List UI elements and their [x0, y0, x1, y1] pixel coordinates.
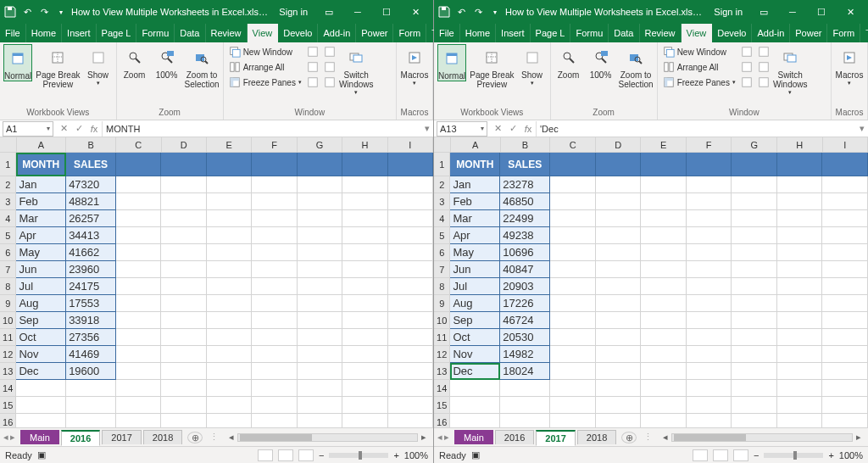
row-header-4[interactable]: 4	[0, 210, 16, 227]
cell-A13[interactable]: Dec	[16, 363, 66, 380]
cell-A2[interactable]: Jan	[16, 176, 66, 193]
col-header-A[interactable]: A	[451, 137, 501, 152]
cell-E4[interactable]	[641, 210, 687, 227]
cell-D3[interactable]	[596, 193, 642, 210]
col-header-I[interactable]: I	[388, 137, 433, 152]
cell-I2[interactable]	[822, 176, 868, 193]
col-header-F[interactable]: F	[252, 137, 297, 152]
split-button[interactable]	[305, 44, 320, 59]
cell-G5[interactable]	[732, 227, 777, 244]
signin-link[interactable]: Sign in	[272, 7, 314, 17]
cell-H5[interactable]	[777, 227, 823, 244]
cell-B9[interactable]: 17553	[66, 295, 116, 312]
ribbon-tab-page l[interactable]: Page L	[531, 24, 571, 42]
cell-D1[interactable]	[596, 153, 642, 176]
cell-E4[interactable]	[207, 210, 252, 227]
cell-I10[interactable]	[822, 312, 868, 329]
switch-windows-button[interactable]: Switch Windows▾	[773, 44, 808, 96]
cell-F6[interactable]	[687, 244, 732, 261]
cell-A5[interactable]: Apr	[450, 227, 500, 244]
cell-A10[interactable]: Sep	[450, 312, 500, 329]
cell-C3[interactable]	[550, 193, 596, 210]
cell-G10[interactable]	[298, 312, 342, 329]
cell-B4[interactable]: 26257	[66, 210, 116, 227]
cell-G7[interactable]	[298, 261, 342, 278]
cell-G1[interactable]	[732, 153, 777, 176]
cell-E1[interactable]	[641, 153, 687, 176]
cell-I15[interactable]	[388, 397, 433, 414]
sheet-tab-main[interactable]: Main	[20, 430, 59, 444]
cell-F12[interactable]	[687, 346, 732, 363]
cell-H9[interactable]	[342, 295, 387, 312]
zoom-button[interactable]: Zoom	[120, 44, 149, 80]
cell-D14[interactable]	[596, 380, 642, 397]
horizontal-scrollbar[interactable]: ◂ ▸	[225, 432, 430, 443]
cell-A16[interactable]	[16, 414, 66, 427]
cell-E8[interactable]	[207, 278, 252, 295]
cell-H12[interactable]	[777, 346, 823, 363]
qat-dropdown-icon[interactable]: ▾	[488, 5, 502, 19]
minimize-button[interactable]: ─	[778, 0, 807, 24]
cell-D1[interactable]	[161, 153, 206, 176]
ribbon-tab-review[interactable]: Review	[206, 24, 248, 42]
cancel-formula-icon[interactable]: ✕	[56, 123, 71, 134]
chevron-down-icon[interactable]: ▾	[481, 125, 484, 132]
unhide-button[interactable]	[305, 75, 320, 90]
cell-C2[interactable]	[550, 176, 596, 193]
cell-E11[interactable]	[641, 329, 687, 346]
cell-D13[interactable]	[161, 363, 206, 380]
sheet-nav-next-icon[interactable]: ▸	[444, 432, 449, 443]
cell-G2[interactable]	[732, 176, 777, 193]
cell-I13[interactable]	[388, 363, 433, 380]
cell-A15[interactable]	[16, 397, 66, 414]
cell-F4[interactable]	[687, 210, 732, 227]
sheet-tab-2018[interactable]: 2018	[577, 430, 616, 444]
cell-A16[interactable]	[450, 414, 500, 427]
cell-I14[interactable]	[822, 380, 868, 397]
cell-A6[interactable]: May	[450, 244, 500, 261]
cell-F16[interactable]	[687, 414, 732, 427]
cell-H7[interactable]	[777, 261, 823, 278]
cell-E12[interactable]	[641, 346, 687, 363]
row-header-6[interactable]: 6	[434, 244, 450, 261]
row-header-1[interactable]: 1	[434, 153, 450, 176]
cell-A15[interactable]	[450, 397, 500, 414]
cell-I13[interactable]	[822, 363, 868, 380]
cell-B12[interactable]: 41469	[66, 346, 116, 363]
cell-D6[interactable]	[596, 244, 642, 261]
cell-H9[interactable]	[777, 295, 823, 312]
ribbon-tab-formu[interactable]: Formu	[570, 24, 609, 42]
ribbon-tab-power[interactable]: Power	[356, 24, 393, 42]
cell-F1[interactable]	[687, 153, 732, 176]
cell-H8[interactable]	[342, 278, 387, 295]
cell-B12[interactable]: 14982	[500, 346, 550, 363]
zoom-100-button[interactable]: 100%	[153, 44, 181, 80]
cell-B11[interactable]: 27356	[66, 329, 116, 346]
cell-D16[interactable]	[596, 414, 642, 427]
cell-H5[interactable]	[342, 227, 387, 244]
cell-H3[interactable]	[342, 193, 387, 210]
show-button[interactable]: Show▾	[518, 44, 547, 86]
cell-I9[interactable]	[822, 295, 868, 312]
cell-A4[interactable]: Mar	[16, 210, 66, 227]
cell-A9[interactable]: Aug	[16, 295, 66, 312]
sheet-tab-2017[interactable]: 2017	[102, 430, 141, 444]
save-icon[interactable]	[437, 5, 451, 19]
cell-E9[interactable]	[207, 295, 252, 312]
cell-A1[interactable]: MONTH	[16, 153, 66, 176]
cell-G4[interactable]	[732, 210, 777, 227]
row-header-3[interactable]: 3	[0, 193, 16, 210]
cell-D11[interactable]	[596, 329, 642, 346]
add-sheet-button[interactable]: ⊕	[187, 432, 203, 443]
cell-B9[interactable]: 17226	[500, 295, 550, 312]
sync-scroll-button[interactable]	[322, 59, 337, 75]
ribbon-tab-file[interactable]: File	[0, 24, 26, 42]
freeze-panes-button[interactable]: Freeze Panes ▾	[661, 75, 737, 90]
cell-H10[interactable]	[777, 312, 823, 329]
cell-H1[interactable]	[342, 153, 387, 176]
cell-I3[interactable]	[388, 193, 433, 210]
cell-C5[interactable]	[116, 227, 161, 244]
maximize-button[interactable]: ☐	[807, 0, 836, 24]
sheet-nav-next-icon[interactable]: ▸	[10, 432, 15, 443]
cell-A6[interactable]: May	[16, 244, 66, 261]
